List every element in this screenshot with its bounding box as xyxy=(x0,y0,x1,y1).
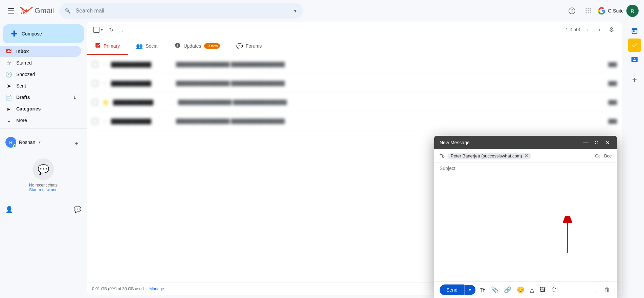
settings-button[interactable]: ⚙ xyxy=(606,24,617,35)
calendar-side-button[interactable] xyxy=(628,24,641,38)
compose-window: New Message — ✕ To Peter Banerjea (succe… xyxy=(434,136,617,298)
send-options-button[interactable]: ▼ xyxy=(464,285,475,295)
more-options-button[interactable]: ⋮ xyxy=(117,25,128,35)
select-all-button[interactable]: ▼ xyxy=(92,25,105,34)
subject-input[interactable] xyxy=(440,166,612,171)
starred-icon: ☆ xyxy=(5,60,12,66)
minimize-compose-button[interactable]: — xyxy=(582,139,590,147)
close-compose-button[interactable]: ✕ xyxy=(603,139,612,147)
send-button[interactable]: Send xyxy=(440,284,464,295)
user-avatar[interactable]: R xyxy=(626,5,639,17)
search-input[interactable] xyxy=(59,3,303,19)
insert-photo-button[interactable]: 🖼 xyxy=(538,285,547,295)
email-date: ███ xyxy=(608,81,617,86)
updates-badge: 13 new xyxy=(204,43,220,49)
sidebar-item-inbox[interactable]: Inbox xyxy=(0,46,81,57)
categories-label: Categories xyxy=(16,106,76,111)
apps-button[interactable] xyxy=(581,4,595,18)
drafts-label: Drafts xyxy=(16,95,69,100)
toolbar: ▼ ↻ ⋮ 1–4 of 4 ‹ › ⚙ xyxy=(87,22,622,38)
table-row[interactable]: ☆ ████████████ ████████████████ ████████… xyxy=(87,112,622,131)
email-date: ███ xyxy=(608,119,617,124)
sidebar-item-snoozed[interactable]: 🕐 Snoozed xyxy=(0,69,81,80)
star-icon[interactable]: ☆ xyxy=(102,118,107,124)
prev-page-button[interactable]: ‹ xyxy=(582,24,593,35)
contacts-bottom-icon[interactable]: 👤 xyxy=(5,206,13,213)
tasks-side-button[interactable] xyxy=(628,39,641,52)
manage-link[interactable]: Manage xyxy=(149,287,164,291)
tab-social[interactable]: 👥 Social xyxy=(128,38,166,55)
sidebar-item-sent[interactable]: ➤ Sent xyxy=(0,80,81,91)
refresh-button[interactable]: ↻ xyxy=(106,25,116,35)
sidebar-item-categories[interactable]: ▸ Categories xyxy=(0,103,81,114)
table-row[interactable]: ☆ ████████████ ████████████████ ████████… xyxy=(87,74,622,93)
svg-point-5 xyxy=(588,8,589,9)
add-addon-button[interactable]: + xyxy=(628,73,641,86)
sidebar-item-starred[interactable]: ☆ Starred xyxy=(0,57,81,68)
online-status-dot xyxy=(13,144,16,148)
primary-tab-icon xyxy=(95,42,101,50)
svg-point-7 xyxy=(586,10,587,11)
social-tab-icon: 👥 xyxy=(136,43,143,49)
remove-recipient-button[interactable]: ✕ xyxy=(524,153,529,159)
expand-compose-button[interactable] xyxy=(593,139,601,147)
social-tab-label: Social xyxy=(146,43,158,49)
tab-primary[interactable]: Primary xyxy=(87,38,128,55)
compose-header[interactable]: New Message — ✕ xyxy=(434,136,617,149)
sidebar-item-drafts[interactable]: 📄 Drafts 1 xyxy=(0,92,81,103)
search-dropdown-icon[interactable]: ▼ xyxy=(293,8,298,14)
chat-user-name: Roshan xyxy=(19,140,35,145)
drive-button[interactable]: △ xyxy=(528,285,536,295)
row-checkbox[interactable] xyxy=(92,61,98,68)
table-row[interactable]: ☆ ████████████ ████████████████ ████████… xyxy=(87,55,622,74)
compose-button[interactable]: ✚ Compose xyxy=(3,24,84,43)
no-chats-text: No recent chats xyxy=(29,183,58,188)
compose-footer: Send ▼ 📎 🔗 😊 △ 🖼 ⏱ ⋮ 🗑 xyxy=(434,281,617,298)
hamburger-menu[interactable] xyxy=(5,5,17,16)
row-checkbox[interactable] xyxy=(92,99,98,105)
to-field-content[interactable]: Peter Banerjea (successiswhat.com) ✕ xyxy=(447,153,595,159)
add-chat-button[interactable]: + xyxy=(72,139,81,148)
next-page-button[interactable]: › xyxy=(594,24,605,35)
star-icon[interactable]: ☆ xyxy=(102,61,107,68)
contacts-side-button[interactable] xyxy=(628,53,641,66)
more-chevron-icon: ⌄ xyxy=(5,117,12,124)
starred-label: Starred xyxy=(16,60,76,66)
row-checkbox[interactable] xyxy=(92,118,98,124)
attach-file-button[interactable]: 📎 xyxy=(490,285,500,295)
chat-bottom-icon[interactable]: 💬 xyxy=(74,206,81,213)
to-label: To xyxy=(440,153,445,159)
compose-plus-icon: ✚ xyxy=(11,30,18,38)
compose-body-text[interactable] xyxy=(434,174,617,281)
emoji-button[interactable]: 😊 xyxy=(515,285,526,295)
help-button[interactable]: ? xyxy=(565,4,579,18)
row-checkbox[interactable] xyxy=(92,80,98,86)
chat-user[interactable]: R Roshan ▼ xyxy=(5,137,41,148)
more-options-compose-button[interactable]: ⏱ xyxy=(550,285,559,295)
sidebar-item-more[interactable]: ⌄ More xyxy=(0,115,81,126)
inbox-label: Inbox xyxy=(16,49,76,54)
tab-forums[interactable]: 💬 Forums xyxy=(228,38,270,55)
email-snippet: ████████████████ ████████████████ xyxy=(176,81,604,86)
star-icon[interactable]: ☆ xyxy=(102,80,107,86)
primary-tab-label: Primary xyxy=(104,43,120,49)
compose-subject-field[interactable] xyxy=(434,163,617,174)
select-checkbox-icon xyxy=(93,27,99,33)
start-new-chat-link[interactable]: Start a new one xyxy=(29,188,58,192)
gmail-logo: M Gmail xyxy=(20,6,54,16)
cc-bcc-button[interactable]: Cc Bcc xyxy=(595,153,612,158)
star-icon[interactable]: ⭐ xyxy=(102,99,109,105)
discard-compose-button[interactable]: 🗑 xyxy=(603,285,612,295)
table-row[interactable]: ⭐ ████████████ ████████████████ ████████… xyxy=(87,93,622,112)
formatting-options-button[interactable] xyxy=(478,285,487,294)
compose-more-button[interactable]: ⋮ xyxy=(593,285,601,295)
email-sender: ████████████ xyxy=(111,81,172,86)
insert-link-button[interactable]: 🔗 xyxy=(503,285,513,295)
tab-updates[interactable]: Updates 13 new xyxy=(166,38,228,55)
send-button-wrapper: Send ▼ xyxy=(440,284,475,295)
no-chats-section: 💬 No recent chats Start a new one xyxy=(5,153,81,198)
email-snippet: ████████████████ ████████████████ xyxy=(176,62,604,67)
updates-tab-label: Updates xyxy=(183,43,201,49)
page-info: 1–4 of 4 xyxy=(566,27,580,32)
drafts-icon: 📄 xyxy=(5,94,12,101)
